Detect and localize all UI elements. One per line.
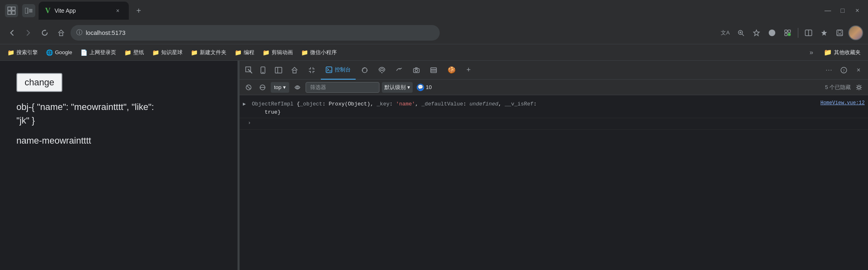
obj-line1: obj-{ "name": "meowraintttt", "like": [16, 102, 154, 112]
svg-rect-14 [785, 30, 787, 32]
address-text: localhost:5173 [86, 29, 434, 36]
tab-home[interactable] [286, 61, 303, 80]
bookmark-page-icon: 📄 [80, 49, 87, 56]
svg-rect-0 [8, 7, 11, 10]
level-arrow-icon: ▾ [407, 84, 410, 90]
tab-performance[interactable] [391, 61, 407, 80]
extension-icon[interactable] [781, 26, 795, 40]
obj-display: obj-{ "name": "meowraintttt", "like": "j… [16, 100, 221, 127]
console-filter-button[interactable] [257, 82, 268, 93]
reload-button[interactable] [38, 26, 52, 40]
devtools-close-button[interactable]: × [852, 63, 866, 77]
tab-cookies[interactable]: 🍪 [443, 61, 461, 80]
bookmark-folder-icon: 📁 [7, 49, 14, 56]
console-source-link[interactable]: HomeView.vue:12 [820, 100, 865, 106]
svg-line-56 [860, 85, 861, 86]
title-bar: V Vite App × + — □ × [0, 0, 868, 21]
forward-button[interactable] [21, 26, 35, 40]
profile-avatar[interactable] [848, 25, 863, 40]
other-folder-icon: 📁 [824, 48, 832, 56]
address-info-icon: ⓘ [76, 29, 82, 37]
maximize-button[interactable]: □ [837, 5, 848, 16]
message-count-badge: 💬 10 [417, 84, 432, 91]
bookmark-item-login[interactable]: 📄 上网登录页 [77, 47, 119, 58]
bookmark-folder2-icon: 📁 [124, 49, 131, 56]
title-bar-left [5, 4, 35, 17]
tab-console-label: 控制台 [335, 66, 351, 73]
nav-bar: ⓘ localhost:5173 文A [0, 21, 868, 44]
bookmark-item-google[interactable]: 🌐 Google [43, 48, 75, 57]
translate-icon[interactable]: 文A [718, 26, 732, 40]
profile-extension-icon[interactable] [833, 26, 847, 40]
svg-rect-41 [431, 71, 436, 73]
bottom-expand-icon[interactable]: › [248, 120, 251, 126]
change-button[interactable]: change [16, 73, 62, 92]
console-clear-button[interactable] [243, 82, 254, 93]
console-settings-button[interactable] [853, 82, 865, 93]
tab-debugger[interactable] [356, 61, 373, 80]
context-selector[interactable]: top ▾ [271, 82, 289, 93]
browser-tab[interactable]: V Vite App × [39, 2, 129, 20]
console-entry-text: ObjectRefImpl {_object: Proxy(Object), _… [252, 100, 817, 116]
bookmark-item-wechat[interactable]: 📁 微信小程序 [298, 47, 340, 58]
devtools-more-button[interactable]: ··· [822, 63, 836, 77]
new-tab-button[interactable]: + [132, 4, 145, 17]
split-view-icon[interactable] [802, 26, 815, 40]
tab-elements[interactable] [304, 61, 320, 80]
bookmark-item-search[interactable]: 📁 搜索引擎 [4, 47, 41, 58]
tab-add[interactable]: + [461, 61, 476, 80]
bookmark-item-video[interactable]: 📁 剪辑动画 [259, 47, 296, 58]
home-button[interactable] [54, 26, 68, 40]
close-window-button[interactable]: × [852, 5, 863, 16]
expand-arrow-icon[interactable]: ▶ [243, 101, 249, 107]
panel-layout-button[interactable] [272, 63, 286, 77]
zoom-icon[interactable] [734, 26, 748, 40]
inspect-element-button[interactable] [242, 63, 256, 77]
bookmark-item-coding[interactable]: 📁 编程 [231, 47, 258, 58]
tab-favicon: V [45, 7, 50, 15]
minimize-button[interactable]: — [822, 5, 834, 16]
address-bar[interactable]: ⓘ localhost:5173 [71, 25, 440, 41]
bookmark-folder3-icon: 📁 [152, 49, 159, 56]
svg-point-49 [858, 86, 860, 89]
svg-point-35 [381, 72, 383, 73]
bookmark-item-knowledge[interactable]: 📁 知识星球 [149, 47, 186, 58]
devtools-panel: 控制台 🍪 + ··· ? [240, 61, 868, 270]
context-value: top [274, 84, 281, 90]
favorites-star-icon[interactable] [749, 26, 763, 40]
count-value: 💬 [418, 85, 423, 90]
bookmark-item-other[interactable]: 📁 其他收藏夹 [820, 47, 864, 58]
svg-point-48 [297, 87, 298, 88]
bookmarks-more-button[interactable]: » [806, 47, 817, 58]
bookmark-folder5-icon: 📁 [235, 49, 242, 56]
tab-network[interactable] [374, 61, 390, 80]
bookmark-label: 知识星球 [161, 49, 183, 56]
svg-rect-8 [59, 33, 63, 36]
tab-storage[interactable] [425, 61, 442, 80]
bookmark-item-new-folder[interactable]: 📁 新建文件夹 [187, 47, 230, 58]
devtools-help-button[interactable]: ? [837, 63, 851, 77]
tab-close-button[interactable]: × [113, 6, 122, 15]
tab-title: Vite App [55, 7, 109, 14]
sidebar-toggle-button[interactable] [22, 4, 35, 17]
bookmark-item-wallpaper[interactable]: 📁 壁纸 [121, 47, 147, 58]
bookmark-label: 编程 [244, 49, 254, 56]
svg-rect-3 [12, 11, 15, 14]
svg-point-36 [400, 69, 400, 70]
bookmark-label: Google [55, 49, 72, 55]
bookmark-label: 新建文件夹 [200, 49, 226, 56]
back-button[interactable] [5, 26, 19, 40]
tab-console[interactable]: 控制台 [321, 61, 356, 80]
collections-icon[interactable] [817, 26, 831, 40]
console-filter-input[interactable] [306, 82, 379, 93]
bookmark-folder4-icon: 📁 [191, 49, 198, 56]
tab-camera[interactable] [408, 61, 425, 80]
log-level-selector[interactable]: 默认级别 ▾ [382, 82, 413, 93]
bookmark-label: 壁纸 [133, 49, 144, 56]
device-toggle-button[interactable] [257, 63, 271, 77]
record-icon[interactable] [765, 26, 779, 40]
bookmark-other-label: 其他收藏夹 [834, 49, 861, 56]
svg-rect-1 [12, 7, 15, 10]
eye-button[interactable] [292, 82, 303, 93]
bookmark-label: 上网登录页 [89, 49, 116, 56]
